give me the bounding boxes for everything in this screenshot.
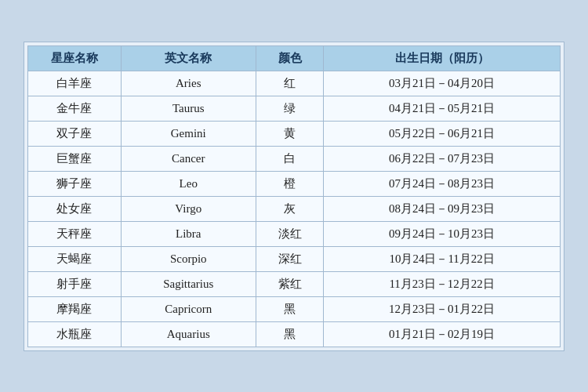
- table-row: 天蝎座Scorpio深红10月24日－11月22日: [28, 246, 561, 271]
- cell-chinese: 摩羯座: [28, 296, 122, 321]
- cell-color: 红: [256, 71, 323, 96]
- cell-english: Aquarius: [121, 321, 256, 347]
- cell-chinese: 处女座: [28, 196, 122, 221]
- cell-chinese: 白羊座: [28, 71, 122, 96]
- cell-date: 09月24日－10月23日: [324, 221, 561, 246]
- cell-chinese: 水瓶座: [28, 321, 122, 347]
- zodiac-table: 星座名称 英文名称 颜色 出生日期（阳历） 白羊座Aries红03月21日－04…: [27, 45, 561, 347]
- table-header-row: 星座名称 英文名称 颜色 出生日期（阳历）: [28, 45, 561, 71]
- header-chinese: 星座名称: [28, 45, 122, 71]
- cell-english: Capricorn: [121, 296, 256, 321]
- cell-english: Leo: [121, 171, 256, 196]
- header-date: 出生日期（阳历）: [324, 45, 561, 71]
- cell-chinese: 天蝎座: [28, 246, 122, 271]
- header-color: 颜色: [256, 45, 323, 71]
- cell-date: 08月24日－09月23日: [324, 196, 561, 221]
- table-body: 白羊座Aries红03月21日－04月20日金牛座Taurus绿04月21日－0…: [28, 71, 561, 347]
- cell-date: 01月21日－02月19日: [324, 321, 561, 347]
- cell-chinese: 巨蟹座: [28, 146, 122, 171]
- cell-english: Virgo: [121, 196, 256, 221]
- cell-date: 11月23日－12月22日: [324, 271, 561, 296]
- cell-date: 12月23日－01月22日: [324, 296, 561, 321]
- cell-color: 白: [256, 146, 323, 171]
- table-row: 白羊座Aries红03月21日－04月20日: [28, 71, 561, 96]
- cell-english: Cancer: [121, 146, 256, 171]
- cell-color: 黑: [256, 296, 323, 321]
- table-row: 双子座Gemini黄05月22日－06月21日: [28, 121, 561, 146]
- cell-date: 05月22日－06月21日: [324, 121, 561, 146]
- cell-english: Aries: [121, 71, 256, 96]
- table-row: 金牛座Taurus绿04月21日－05月21日: [28, 96, 561, 121]
- zodiac-table-container: 星座名称 英文名称 颜色 出生日期（阳历） 白羊座Aries红03月21日－04…: [24, 42, 564, 351]
- cell-color: 黑: [256, 321, 323, 347]
- cell-chinese: 金牛座: [28, 96, 122, 121]
- cell-english: Libra: [121, 221, 256, 246]
- cell-color: 灰: [256, 196, 323, 221]
- cell-color: 深红: [256, 246, 323, 271]
- cell-english: Sagittarius: [121, 271, 256, 296]
- table-row: 水瓶座Aquarius黑01月21日－02月19日: [28, 321, 561, 347]
- cell-color: 黄: [256, 121, 323, 146]
- cell-chinese: 狮子座: [28, 171, 122, 196]
- table-row: 处女座Virgo灰08月24日－09月23日: [28, 196, 561, 221]
- cell-date: 04月21日－05月21日: [324, 96, 561, 121]
- table-row: 天秤座Libra淡红09月24日－10月23日: [28, 221, 561, 246]
- cell-chinese: 双子座: [28, 121, 122, 146]
- cell-english: Taurus: [121, 96, 256, 121]
- table-row: 摩羯座Capricorn黑12月23日－01月22日: [28, 296, 561, 321]
- table-row: 狮子座Leo橙07月24日－08月23日: [28, 171, 561, 196]
- table-row: 射手座Sagittarius紫红11月23日－12月22日: [28, 271, 561, 296]
- cell-color: 淡红: [256, 221, 323, 246]
- cell-date: 06月22日－07月23日: [324, 146, 561, 171]
- cell-color: 紫红: [256, 271, 323, 296]
- cell-date: 07月24日－08月23日: [324, 171, 561, 196]
- cell-english: Scorpio: [121, 246, 256, 271]
- header-english: 英文名称: [121, 45, 256, 71]
- cell-english: Gemini: [121, 121, 256, 146]
- cell-chinese: 天秤座: [28, 221, 122, 246]
- cell-color: 橙: [256, 171, 323, 196]
- cell-date: 03月21日－04月20日: [324, 71, 561, 96]
- cell-color: 绿: [256, 96, 323, 121]
- table-row: 巨蟹座Cancer白06月22日－07月23日: [28, 146, 561, 171]
- cell-chinese: 射手座: [28, 271, 122, 296]
- cell-date: 10月24日－11月22日: [324, 246, 561, 271]
